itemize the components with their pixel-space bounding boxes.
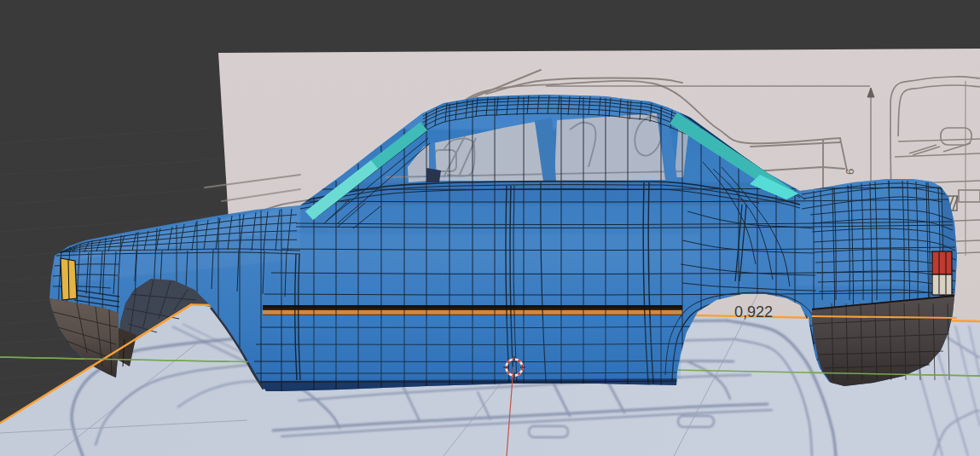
svg-text:6: 6 <box>844 169 856 175</box>
svg-text:0,922: 0,922 <box>734 303 773 320</box>
